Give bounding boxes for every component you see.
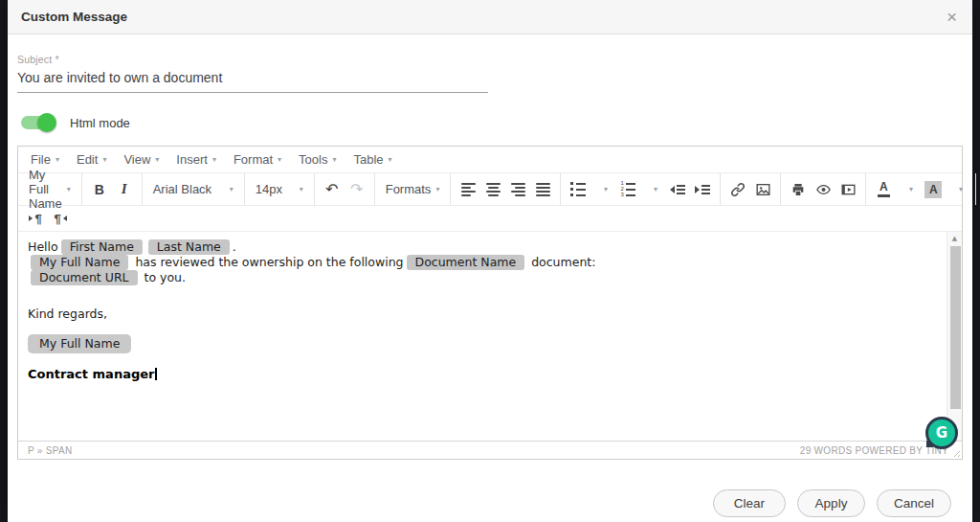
editor-content-area[interactable]: HelloFirst NameLast Name. My Full Name h… xyxy=(18,232,962,441)
chevron-down-icon: ▾ xyxy=(56,156,59,164)
cancel-button[interactable]: Cancel xyxy=(877,489,951,517)
grammarly-widget[interactable]: G xyxy=(925,417,958,449)
period-text: . xyxy=(233,239,236,254)
formats-dropdown[interactable]: Formats ▾ xyxy=(380,177,446,202)
text-color-button[interactable]: A xyxy=(871,177,896,202)
placeholder-chip-document-name[interactable]: Document Name xyxy=(407,255,525,270)
bullet-list-button[interactable] xyxy=(566,177,590,202)
signature-chip-my-full-name[interactable]: My Full Name xyxy=(28,334,131,353)
list-indent-group: ▾ 1 2 3 ▾ xyxy=(561,173,721,205)
redo-button[interactable]: ↷ xyxy=(345,177,369,202)
alignment-group xyxy=(451,173,561,205)
menu-insert-label: Insert xyxy=(176,152,208,167)
menu-tools[interactable]: Tools ▾ xyxy=(290,149,345,170)
align-left-button[interactable] xyxy=(456,177,480,202)
chevron-down-icon: ▾ xyxy=(230,186,234,193)
ltr-button[interactable]: ¶ xyxy=(23,206,48,231)
bg-color-caret[interactable]: ▾ xyxy=(946,177,970,202)
bullet-list-caret[interactable]: ▾ xyxy=(590,177,615,202)
dialog-header: Custom Message × xyxy=(8,0,972,34)
font-family-dropdown[interactable]: Arial Black ▾ xyxy=(147,177,239,202)
insert-link-button[interactable] xyxy=(725,177,750,202)
rich-text-editor: File ▾ Edit ▾ View ▾ Insert ▾ Format ▾ xyxy=(17,146,963,460)
chevron-down-icon: ▾ xyxy=(102,156,106,164)
close-icon[interactable]: × xyxy=(945,8,959,26)
menu-file[interactable]: File ▾ xyxy=(22,149,68,170)
menu-insert[interactable]: Insert ▾ xyxy=(167,149,225,170)
numbered-list-button[interactable]: 1 2 3 xyxy=(615,177,640,202)
menu-format[interactable]: Format ▾ xyxy=(225,149,290,170)
text-color-caret[interactable]: ▾ xyxy=(896,177,921,202)
signature-role-row: Contract manager xyxy=(28,367,937,382)
editor-scrollbar[interactable]: ▲ xyxy=(947,232,962,441)
grammarly-letter: G xyxy=(936,424,947,442)
placeholder-chip-first-name[interactable]: First Name xyxy=(61,239,143,255)
menu-tools-label: Tools xyxy=(299,152,327,167)
subject-input[interactable]: You are invited to own a document xyxy=(17,70,488,93)
font-size-dropdown[interactable]: 14px ▾ xyxy=(250,177,309,202)
align-justify-button[interactable] xyxy=(530,177,555,202)
undo-button[interactable]: ↶ xyxy=(320,177,345,202)
resize-handle[interactable] xyxy=(951,448,960,457)
line3-tail: to you. xyxy=(145,270,186,284)
paragraph-greeting: HelloFirst NameLast Name. My Full Name h… xyxy=(28,239,937,285)
rtl-button[interactable]: ¶ xyxy=(48,206,73,231)
align-center-icon xyxy=(486,183,501,196)
editor-toolbar-row2: ¶ ¶ xyxy=(18,206,962,232)
scrollbar-up-arrow-icon[interactable]: ▲ xyxy=(947,232,962,245)
chevron-down-icon: ▾ xyxy=(959,186,963,193)
align-justify-icon xyxy=(536,183,550,196)
bullet-list-icon xyxy=(570,182,586,196)
preview-button[interactable] xyxy=(811,177,835,202)
insert-field-dropdown[interactable]: My Full Name ▾ xyxy=(23,177,77,202)
line2-tail: document: xyxy=(531,255,595,269)
italic-button[interactable]: I xyxy=(112,177,137,202)
print-icon xyxy=(791,182,806,197)
image-icon xyxy=(755,182,771,197)
bg-color-icon: A xyxy=(924,181,942,198)
closing-text: Kind regards, xyxy=(28,306,937,322)
html-mode-toggle[interactable] xyxy=(21,116,54,129)
menu-table[interactable]: Table ▾ xyxy=(345,149,400,170)
undo-icon: ↶ xyxy=(325,180,338,198)
menu-format-label: Format xyxy=(234,152,273,167)
dialog-footer: Clear Apply Cancel xyxy=(17,460,963,517)
html-mode-row: Html mode xyxy=(17,113,963,132)
emoji-group: ☺ xyxy=(976,173,980,205)
clear-button[interactable]: Clear xyxy=(713,489,786,517)
scrollbar-thumb[interactable] xyxy=(950,246,961,409)
element-path[interactable]: P » SPAN xyxy=(28,445,73,456)
placeholder-chip-last-name[interactable]: Last Name xyxy=(148,239,230,255)
bg-color-button[interactable]: A xyxy=(921,177,946,202)
print-button[interactable] xyxy=(786,177,811,202)
chevron-down-icon: ▾ xyxy=(332,156,336,164)
menu-view-label: View xyxy=(123,152,150,167)
italic-icon: I xyxy=(122,181,127,197)
menu-edit-label: Edit xyxy=(77,152,98,167)
menu-view[interactable]: View ▾ xyxy=(115,149,167,170)
insert-image-button[interactable] xyxy=(750,177,775,202)
menu-edit[interactable]: Edit ▾ xyxy=(68,149,115,170)
subject-field[interactable]: Subject * You are invited to own a docum… xyxy=(17,54,488,93)
indent-button[interactable] xyxy=(690,177,715,202)
placeholder-chip-document-url[interactable]: Document URL xyxy=(31,270,138,285)
chevron-down-icon: ▾ xyxy=(278,156,281,164)
subject-label: Subject * xyxy=(17,54,488,65)
outdent-icon xyxy=(670,185,685,194)
formats-group: Formats ▾ xyxy=(375,173,452,205)
align-center-button[interactable] xyxy=(480,177,505,202)
align-right-button[interactable] xyxy=(505,177,530,202)
eye-icon xyxy=(815,182,832,197)
apply-button[interactable]: Apply xyxy=(797,489,865,517)
direction-group: ¶ ¶ xyxy=(18,206,78,231)
bold-button[interactable]: B xyxy=(87,177,112,202)
insert-media-button[interactable] xyxy=(835,177,860,202)
placeholder-chip-my-full-name[interactable]: My Full Name xyxy=(31,255,128,270)
chevron-down-icon: ▾ xyxy=(155,156,159,164)
insert-field-label: My Full Name xyxy=(29,168,62,211)
align-right-icon xyxy=(511,183,525,196)
editor-statusbar: P » SPAN 29 WORDS POWERED BY TINY xyxy=(18,441,962,459)
font-family-group: Arial Black ▾ xyxy=(143,173,245,205)
numbered-list-caret[interactable]: ▾ xyxy=(640,177,665,202)
outdent-button[interactable] xyxy=(665,177,690,202)
